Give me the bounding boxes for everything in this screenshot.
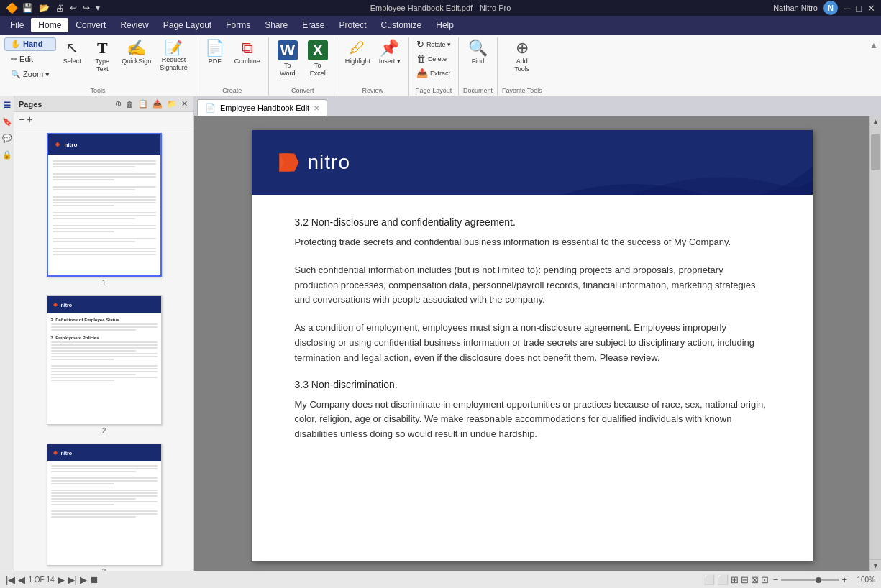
scroll-down-button[interactable]: ▼	[870, 559, 881, 571]
menu-share[interactable]: Share	[257, 18, 295, 32]
menu-customize[interactable]: Customize	[374, 18, 429, 32]
tab-icon: 📄	[205, 103, 216, 113]
delete-button[interactable]: 🗑Delete	[414, 52, 449, 65]
last-page-button[interactable]: ▶|	[68, 574, 77, 585]
sidebar-icon-annotations[interactable]: 💬	[1, 132, 14, 144]
hand-button[interactable]: ✋ Hand	[4, 37, 56, 51]
pdf-page: nitro 3.2 Non-disclosure and confidentia…	[252, 130, 813, 561]
next-page-button[interactable]: ▶	[58, 574, 65, 585]
document-tab[interactable]: 📄 Employee Handbook Edit ✕	[197, 99, 327, 116]
to-excel-button[interactable]: X ToExcel	[303, 37, 332, 81]
first-page-button[interactable]: |◀	[6, 574, 15, 585]
pdf-body: 3.2 Non-disclosure and confidentiality a…	[252, 195, 813, 477]
pages-tool-add[interactable]: ⊕	[114, 98, 123, 109]
zoom-button[interactable]: 🔍 Zoom ▾	[4, 68, 56, 81]
menu-forms[interactable]: Forms	[219, 18, 257, 32]
fit-view[interactable]: ⊠	[751, 574, 759, 585]
actual-size-view[interactable]: ⊡	[761, 574, 769, 585]
header-wave	[561, 130, 813, 195]
section-2-title: 3.3 Non-discrimination.	[295, 379, 770, 390]
pages-tool-extract[interactable]: 📤	[151, 98, 164, 109]
close-button[interactable]: ✕	[867, 3, 875, 14]
menu-protect[interactable]: Protect	[332, 18, 374, 32]
quick-redo[interactable]: ↪	[81, 2, 91, 14]
scroll-view[interactable]: ⊟	[741, 574, 749, 585]
find-button[interactable]: 🔍 Find	[463, 37, 492, 68]
page-thumb-1[interactable]: nitro	[20, 133, 188, 287]
add-tools-button[interactable]: ⊕ AddTools	[508, 37, 537, 76]
section-1-para3: As a condition of employment, employees …	[295, 321, 770, 365]
prev-page-button[interactable]: ◀	[18, 574, 25, 585]
zoom-slider-thumb[interactable]	[816, 577, 821, 583]
pages-panel-close[interactable]: ✕	[180, 98, 189, 109]
zoom-out-button[interactable]: −	[19, 114, 24, 125]
quick-open[interactable]: 📂	[37, 2, 51, 14]
quicksign-button[interactable]: ✍ QuickSign	[118, 37, 155, 68]
quick-undo[interactable]: ↩	[68, 2, 78, 14]
pages-tool-delete[interactable]: 🗑	[124, 99, 135, 109]
rotate-button[interactable]: ↻Rotate ▾	[414, 37, 454, 51]
nitro-logo-text: nitro	[308, 151, 350, 174]
pages-tool-paste[interactable]: 📁	[165, 98, 178, 109]
combine-button[interactable]: ⧉ Combine	[231, 37, 264, 68]
zoom-slider[interactable]	[781, 579, 839, 581]
menu-help[interactable]: Help	[429, 18, 461, 32]
main-area: ☰ 🔖 💬 🔒 Pages ⊕ 🗑 📋 📤 📁 ✕ − +	[0, 96, 881, 571]
pages-panel-header: Pages ⊕ 🗑 📋 📤 📁 ✕	[14, 96, 193, 112]
section-1-para2: Such confidential information includes (…	[295, 263, 770, 308]
page-num-2: 2	[102, 427, 106, 435]
extract-button[interactable]: 📤Extract	[414, 66, 453, 80]
highlight-button[interactable]: 🖊 Highlight	[342, 37, 374, 68]
sidebar-icon-bookmarks[interactable]: 🔖	[1, 116, 14, 128]
ribbon-group-tools: ✋ Hand ✏ Edit 🔍 Zoom ▾ ↖ Select T TypeTe…	[0, 37, 196, 96]
insert-button[interactable]: 📌 Insert ▾	[375, 37, 404, 68]
zoom-out-status[interactable]: −	[773, 574, 779, 585]
menu-erase[interactable]: Erase	[295, 18, 332, 32]
sidebar-icon-pages[interactable]: ☰	[2, 99, 12, 111]
page-thumb-3[interactable]: nitro	[20, 444, 188, 571]
pages-panel-title: Pages	[19, 100, 42, 109]
select-button[interactable]: ↖ Select	[58, 37, 86, 68]
stop-button[interactable]: ⏹	[90, 574, 99, 585]
page-thumb-2[interactable]: nitro 2. Definitions of Employee Status …	[20, 295, 188, 435]
edit-button[interactable]: ✏ Edit	[4, 52, 56, 66]
single-page-view[interactable]: ⬜	[703, 574, 715, 585]
scroll-thumb[interactable]	[871, 134, 880, 170]
ribbon-group-convert: W ToWord X ToExcel Convert	[269, 37, 337, 96]
page-num-1: 1	[102, 279, 106, 287]
pages-tool-move[interactable]: 📋	[137, 98, 150, 109]
customize-qa[interactable]: ▾	[94, 2, 101, 14]
type-text-button[interactable]: T TypeText	[88, 37, 117, 76]
pages-zoom-bar: − +	[14, 112, 193, 127]
play-button[interactable]: ▶	[80, 574, 87, 585]
scroll-up-button[interactable]: ▲	[870, 116, 881, 127]
pages-panel: Pages ⊕ 🗑 📋 📤 📁 ✕ − + nitr	[14, 96, 194, 571]
request-signature-button[interactable]: 📝 RequestSignature	[156, 37, 191, 75]
menu-pagelayout[interactable]: Page Layout	[156, 18, 219, 32]
quick-save[interactable]: 💾	[21, 2, 35, 14]
to-word-button[interactable]: W ToWord	[273, 37, 302, 81]
vertical-scrollbar[interactable]: ▲ ▼	[869, 116, 881, 571]
menu-review[interactable]: Review	[113, 18, 155, 32]
user-name: Nathan Nitro	[773, 4, 818, 12]
menu-home[interactable]: Home	[31, 18, 68, 32]
menu-bar: File Home Convert Review Page Layout For…	[0, 16, 881, 35]
menu-file[interactable]: File	[3, 18, 31, 32]
zoom-in-status[interactable]: +	[841, 574, 847, 585]
minimize-button[interactable]: ─	[844, 3, 850, 14]
two-page-view[interactable]: ⬜	[717, 574, 729, 585]
zoom-in-button[interactable]: +	[27, 114, 32, 125]
pdf-button[interactable]: 📄 PDF	[201, 37, 229, 68]
quick-print[interactable]: 🖨	[54, 2, 65, 14]
maximize-button[interactable]: □	[856, 3, 862, 14]
section-1-para1: Protecting trade secrets and confidentia…	[295, 235, 770, 250]
title-bar: 🔶 💾 📂 🖨 ↩ ↪ ▾ Employee Handbook Edit.pdf…	[0, 0, 881, 16]
tab-close-button[interactable]: ✕	[314, 104, 319, 112]
nitro-logo: nitro	[273, 147, 350, 178]
menu-convert[interactable]: Convert	[68, 18, 113, 32]
grid-view[interactable]: ⊞	[731, 574, 739, 585]
ribbon-collapse-button[interactable]: ▲	[869, 40, 878, 50]
pdf-viewer[interactable]: nitro 3.2 Non-disclosure and confidentia…	[194, 116, 869, 571]
sidebar-icon-signatures[interactable]: 🔒	[1, 149, 14, 161]
ribbon-group-document: 🔍 Find Document	[459, 37, 498, 96]
